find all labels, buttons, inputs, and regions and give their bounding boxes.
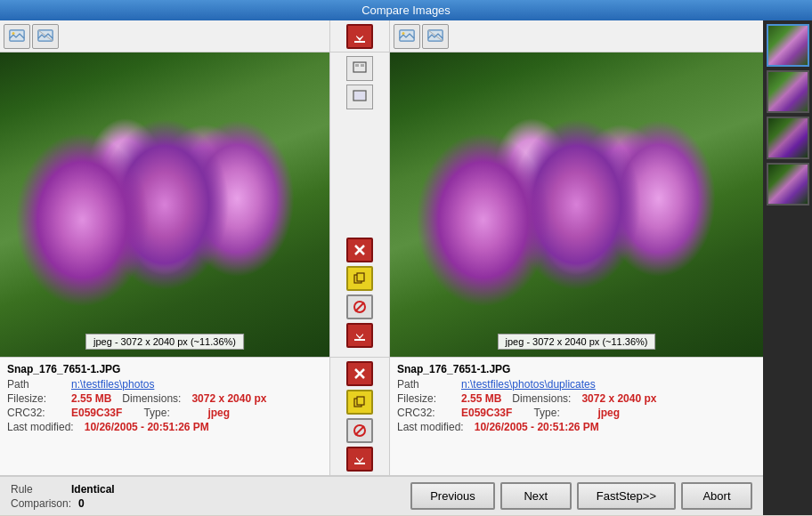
thumbnail-2[interactable]	[767, 70, 809, 113]
right-path-label: Path	[397, 378, 451, 391]
right-crc-label: CRC32:	[397, 407, 451, 419]
left-filesize-label: Filesize:	[7, 392, 61, 405]
right-file-name: Snap_176_7651-1.JPG	[397, 363, 756, 375]
middle-top-action-btn[interactable]	[346, 24, 373, 49]
svg-marker-25	[356, 330, 363, 339]
left-dim-value: 3072 x 2040 px	[191, 392, 266, 405]
svg-rect-15	[355, 64, 359, 67]
middle-column	[329, 52, 390, 357]
svg-rect-22	[357, 273, 364, 281]
status-area: Rule Identical Comparison: 0	[11, 483, 115, 510]
right-path-value[interactable]: n:\testfiles\photos\duplicates	[461, 378, 596, 391]
previous-button[interactable]: Previous	[410, 482, 495, 510]
middle-download-right-btn2[interactable]	[346, 447, 373, 472]
zoom-fit-btn[interactable]	[346, 85, 373, 109]
left-crc-value: E059C33F	[71, 407, 122, 419]
right-image-label: jpeg - 3072 x 2040 px (~11.36%)	[498, 334, 656, 350]
svg-rect-34	[354, 463, 365, 464]
no-action-btn[interactable]	[346, 294, 373, 319]
left-image-toolbar-btn1[interactable]	[4, 24, 30, 49]
middle-copy-right-btn[interactable]	[346, 390, 373, 415]
middle-toolbar-area	[329, 20, 390, 52]
right-image-toolbar-btn2[interactable]	[422, 24, 449, 49]
svg-point-2	[12, 32, 15, 35]
download-right-btn[interactable]	[346, 323, 373, 348]
right-type-value: jpeg	[597, 407, 620, 419]
thumbnail-panel	[763, 20, 812, 515]
left-file-name: Snap_176_7651-1.JPG	[7, 363, 322, 375]
rule-value: Identical	[71, 483, 115, 496]
thumbnail-1[interactable]	[767, 24, 809, 67]
left-modified-value: 10/26/2005 - 20:51:26 PM	[85, 421, 209, 433]
right-filesize-value: 2.55 MB	[461, 392, 501, 405]
svg-line-32	[355, 426, 364, 435]
left-filesize-value: 2.55 MB	[71, 392, 111, 405]
right-filesize-label: Filesize:	[397, 392, 451, 405]
delete-left-btn[interactable]	[346, 238, 373, 262]
left-dim-label: Dimensions:	[122, 392, 181, 405]
next-button[interactable]: Next	[500, 482, 572, 510]
svg-rect-26	[354, 339, 365, 341]
zoom-restore-btn[interactable]	[346, 56, 373, 81]
comparison-value: 0	[78, 497, 85, 510]
comparison-label: Comparison:	[11, 497, 71, 510]
right-dim-value: 3072 x 2040 px	[581, 392, 656, 405]
left-type-label: Type:	[143, 407, 197, 419]
right-toolbar	[390, 20, 763, 52]
title-bar: Compare Images	[0, 0, 812, 20]
svg-line-24	[355, 302, 364, 311]
right-image-toolbar-btn1[interactable]	[394, 24, 420, 49]
right-modified-value: 10/26/2005 - 20:51:26 PM	[475, 421, 599, 433]
svg-point-10	[402, 32, 405, 35]
thumbnail-4[interactable]	[767, 163, 809, 206]
left-toolbar	[0, 20, 329, 52]
right-modified-label: Last modified:	[397, 421, 464, 433]
left-info-panel: Snap_176_7651-1.JPG Path n:\testfiles\ph…	[0, 358, 329, 475]
bottom-bar: Rule Identical Comparison: 0 Previous Ne…	[0, 475, 763, 515]
right-dim-label: Dimensions:	[512, 392, 571, 405]
left-type-value: jpeg	[207, 407, 230, 419]
left-path-value[interactable]: n:\testfiles\photos	[71, 378, 154, 391]
left-crc-label: CRC32:	[7, 407, 61, 419]
svg-rect-7	[354, 41, 365, 43]
rule-label: Rule	[11, 483, 64, 496]
right-info-panel: Snap_176_7651-1.JPG Path n:\testfiles\ph…	[390, 358, 763, 475]
svg-marker-6	[356, 32, 363, 41]
left-image-toolbar-btn2[interactable]	[32, 24, 59, 49]
left-image-panel: jpeg - 3072 x 2040 px (~11.36%)	[0, 52, 329, 357]
thumbnail-3[interactable]	[767, 117, 809, 159]
middle-no-action-right-btn[interactable]	[346, 418, 373, 443]
svg-rect-14	[353, 62, 366, 72]
middle-delete-right-btn[interactable]	[346, 361, 373, 386]
svg-rect-18	[354, 92, 365, 100]
middle-info-actions	[329, 358, 390, 475]
title-label: Compare Images	[361, 4, 451, 17]
svg-marker-33	[356, 454, 363, 463]
svg-rect-30	[357, 397, 364, 405]
right-crc-value: E059C33F	[461, 407, 512, 419]
abort-button[interactable]: Abort	[681, 482, 752, 510]
svg-rect-16	[361, 64, 364, 67]
right-image-panel: jpeg - 3072 x 2040 px (~11.36%)	[390, 52, 763, 357]
copy-left-btn[interactable]	[346, 266, 373, 291]
navigation-buttons: Previous Next FastStep>> Abort	[410, 482, 752, 510]
right-type-label: Type:	[533, 407, 587, 419]
left-modified-label: Last modified:	[7, 421, 74, 433]
left-path-label: Path	[7, 378, 61, 391]
left-image-label: jpeg - 3072 x 2040 px (~11.36%)	[85, 334, 244, 350]
fast-step-button[interactable]: FastStep>>	[577, 482, 676, 510]
